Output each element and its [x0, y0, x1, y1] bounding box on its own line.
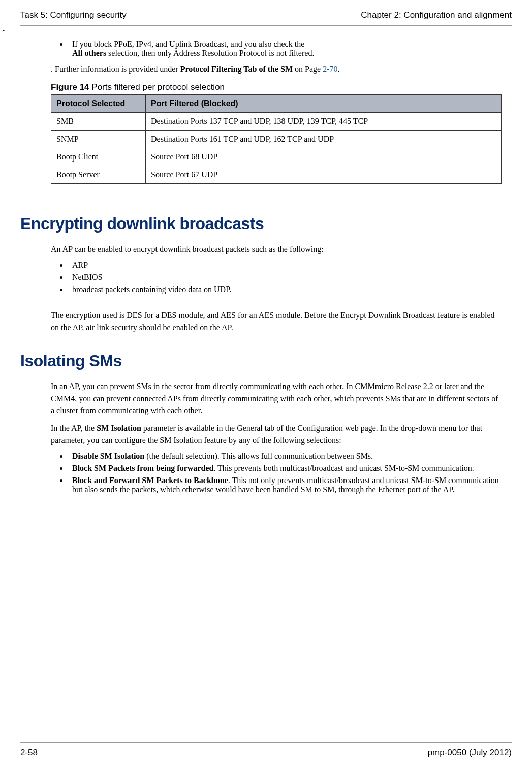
page-header: Task 5: Configuring security Chapter 2: …: [20, 10, 512, 25]
page-footer: 2-58 pmp-0050 (July 2012): [20, 742, 512, 758]
footer-doc-id: pmp-0050 (July 2012): [428, 748, 512, 758]
para2-pre: In the AP, the: [51, 424, 97, 432]
table-row: Bootp Server Source Port 67 UDP: [51, 166, 502, 184]
section1-intro: An AP can be enabled to encrypt downlink…: [51, 243, 502, 255]
list-item: broadcast packets containing video data …: [68, 285, 502, 294]
list-item: Block SM Packets from being forwarded. T…: [68, 464, 502, 473]
item-bold: Disable SM Isolation: [72, 452, 144, 460]
figure-title: Ports filtered per protocol selection: [89, 82, 225, 92]
section1-para: The encryption used is DES for a DES mod…: [51, 309, 502, 334]
header-divider: [20, 25, 512, 26]
encrypt-bullet-list: ARP NetBIOS broadcast packets containing…: [51, 261, 502, 294]
isolation-bullet-list: Disable SM Isolation (the default select…: [51, 452, 502, 494]
further-post: .: [338, 65, 340, 73]
list-item: Disable SM Isolation (the default select…: [68, 452, 502, 461]
header-left: Task 5: Configuring security: [20, 10, 127, 20]
list-item: If you block PPoE, IPv4, and Uplink Broa…: [68, 40, 502, 58]
cell-filtered: Destination Ports 161 TCP and UDP, 162 T…: [146, 131, 502, 148]
heading-isolating: Isolating SMs: [20, 351, 502, 370]
cell-protocol: Bootp Server: [51, 166, 146, 184]
item-bold: Block and Forward SM Packets to Backbone: [72, 476, 228, 485]
item-rest: . This prevents both multicast/broadcast…: [213, 464, 474, 472]
figure-caption: Figure 14 Ports filtered per protocol se…: [51, 82, 502, 92]
list-item: NetBIOS: [68, 273, 502, 282]
bullet-text-post: selection, then only Address Resolution …: [106, 49, 314, 57]
figure-number: Figure 14: [51, 82, 89, 92]
table-row: Bootp Client Source Port 68 UDP: [51, 148, 502, 166]
heading-encrypting: Encrypting downlink broadcasts: [20, 214, 502, 233]
para2-bold: SM Isolation: [97, 424, 141, 432]
list-item: ARP: [68, 261, 502, 270]
further-pre: . Further information is provided under: [51, 65, 180, 73]
header-right: Chapter 2: Configuration and alignment: [361, 10, 512, 20]
col-header-protocol: Protocol Selected: [51, 95, 146, 113]
section2-para2: In the AP, the SM Isolation parameter is…: [51, 422, 502, 446]
cell-filtered: Source Port 67 UDP: [146, 166, 502, 184]
cell-protocol: Bootp Client: [51, 148, 146, 166]
further-mid: on Page: [293, 65, 323, 73]
intro-bullet-list: If you block PPoE, IPv4, and Uplink Broa…: [51, 40, 502, 58]
table-row: SNMP Destination Ports 161 TCP and UDP, …: [51, 131, 502, 148]
section2-para1: In an AP, you can prevent SMs in the sec…: [51, 380, 502, 417]
item-rest: (the default selection). This allows ful…: [144, 452, 373, 460]
cell-filtered: Destination Ports 137 TCP and UDP, 138 U…: [146, 113, 502, 131]
ports-table: Protocol Selected Port Filtered (Blocked…: [51, 94, 502, 184]
col-header-port: Port Filtered (Blocked): [146, 95, 502, 113]
table-header-row: Protocol Selected Port Filtered (Blocked…: [51, 95, 502, 113]
item-bold: Block SM Packets from being forwarded: [72, 464, 213, 472]
cell-filtered: Source Port 68 UDP: [146, 148, 502, 166]
footer-page-number: 2-58: [20, 748, 38, 758]
page-ref-link[interactable]: 2-70: [323, 65, 337, 73]
table-row: SMB Destination Ports 137 TCP and UDP, 1…: [51, 113, 502, 131]
cell-protocol: SMB: [51, 113, 146, 131]
cell-protocol: SNMP: [51, 131, 146, 148]
list-item: Block and Forward SM Packets to Backbone…: [68, 476, 502, 494]
dash-mark: -: [3, 27, 512, 35]
bullet-text-bold: All others: [72, 49, 106, 57]
further-bold: Protocol Filtering Tab of the SM: [180, 65, 293, 73]
further-info-text: . Further information is provided under …: [51, 63, 502, 75]
bullet-text-pre: If you block PPoE, IPv4, and Uplink Broa…: [72, 40, 304, 48]
